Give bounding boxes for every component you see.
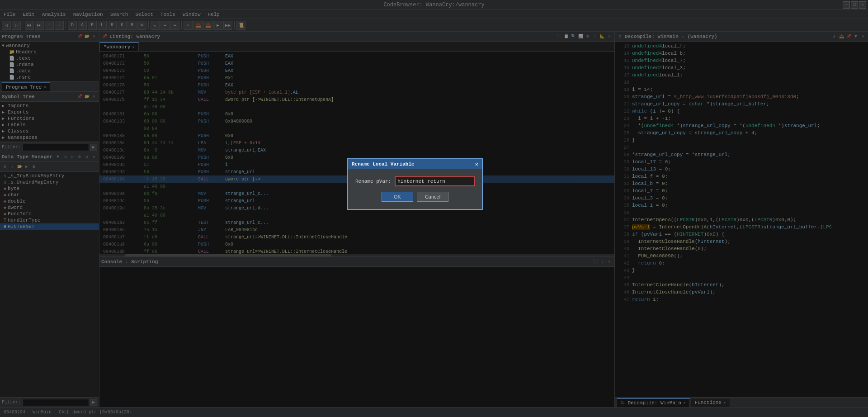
rename-dialog-input[interactable] <box>395 176 475 186</box>
modal-overlay: Rename Local Variable ✕ Rename pVar: OK … <box>0 0 868 417</box>
rename-dialog: Rename Local Variable ✕ Rename pVar: OK … <box>347 158 483 210</box>
rename-dialog-ok[interactable]: OK <box>382 192 413 202</box>
rename-dialog-buttons: OK Cancel <box>355 192 475 202</box>
rename-dialog-title-bar: Rename Local Variable ✕ <box>348 159 482 169</box>
rename-dialog-title: Rename Local Variable <box>352 161 415 167</box>
rename-dialog-label: Rename pVar: <box>355 179 391 184</box>
rename-dialog-cancel[interactable]: Cancel <box>417 192 448 202</box>
rename-dialog-close-btn[interactable]: ✕ <box>475 161 478 168</box>
rename-dialog-row: Rename pVar: <box>355 176 475 186</box>
rename-dialog-body: Rename pVar: OK Cancel <box>348 169 482 209</box>
